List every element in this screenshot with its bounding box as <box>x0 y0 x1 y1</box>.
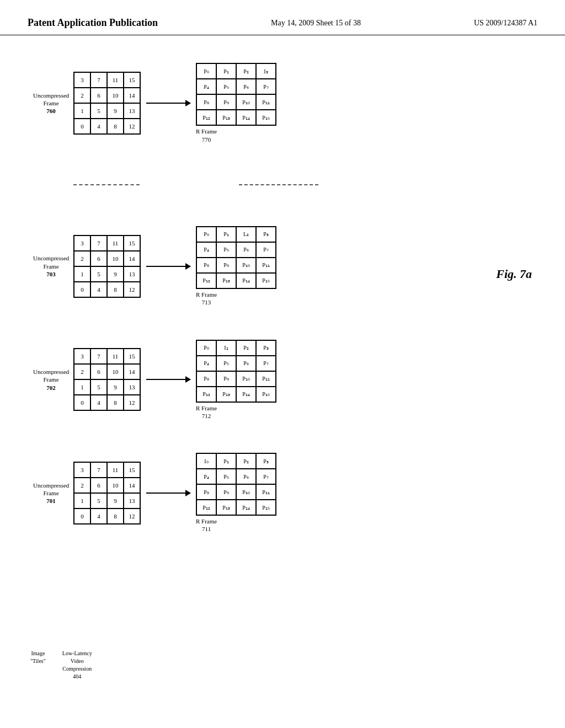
arrow-760 <box>141 103 196 104</box>
r-cell: P₉ <box>216 371 236 387</box>
arrow-702 <box>141 379 196 380</box>
r-frame-wrapper-760: P₀P₁P₂I₃P₄P₅P₆P₇P₈P₉P₁₀P₁₁P₁₂P₁₃P₁₄P₁₅R … <box>196 63 276 143</box>
tile-cell: 3 <box>74 72 90 88</box>
tile-cell: 6 <box>90 364 107 379</box>
r-cell: P₁₅ <box>256 387 276 402</box>
page-header: Patent Application Publication May 14, 2… <box>0 0 565 35</box>
tile-cell: 4 <box>90 508 107 524</box>
tile-cell: 15 <box>124 235 140 251</box>
dashed-line-left <box>73 184 140 185</box>
tile-cell: 7 <box>90 72 107 88</box>
r-cell: P₁₃ <box>216 110 236 125</box>
r-cell: P₁₁ <box>256 94 276 110</box>
r-cell: P₄ <box>196 242 216 258</box>
tile-cell: 13 <box>124 379 140 395</box>
tile-cell: 14 <box>124 88 140 103</box>
tile-cell: 15 <box>124 462 140 478</box>
tile-cell: 10 <box>107 478 124 493</box>
r-cell: P₁₄ <box>236 500 256 515</box>
r-cell: P₂ <box>236 453 256 469</box>
tile-grid-701: 3711152610141591304812 <box>73 462 141 524</box>
r-cell: P₆ <box>236 79 256 94</box>
r-cell: P₇ <box>256 242 276 258</box>
tile-cell: 7 <box>90 349 107 364</box>
r-cell: P₉ <box>216 258 236 273</box>
tile-cell: 12 <box>124 508 140 524</box>
r-frame-label-701: R Frame 711 <box>196 517 217 533</box>
arrow-701 <box>141 493 196 494</box>
tile-cell: 11 <box>107 235 124 251</box>
r-cell: P₁₂ <box>196 387 216 402</box>
r-cell: P₂ <box>236 63 256 79</box>
r-cell: P₅ <box>216 79 236 94</box>
tile-grid-760: 3711152610141591304812 <box>73 72 141 135</box>
r-cell: P₈ <box>196 484 216 500</box>
r-cell: P₁₂ <box>196 110 216 125</box>
r-cell: P₆ <box>236 356 256 371</box>
r-cell: P₁₀ <box>236 371 256 387</box>
r-cell: L₂ <box>236 227 256 242</box>
r-frame-wrapper-702: P₀I₁P₂P₃P₄P₅P₆P₇P₈P₉P₁₀P₁₁P₁₂P₁₃P₁₄P₁₅R … <box>196 340 276 420</box>
r-cell: P₉ <box>216 484 236 500</box>
r-frame-grid-702: P₀I₁P₂P₃P₄P₅P₆P₇P₈P₉P₁₀P₁₁P₁₂P₁₃P₁₄P₁₅ <box>196 340 276 403</box>
r-frame-wrapper-701: I₀P₁P₂P₃P₄P₅P₆P₇P₈P₉P₁₀P₁₁P₁₂P₁₃P₁₄P₁₅R … <box>196 453 276 533</box>
r-cell: P₅ <box>216 469 236 484</box>
tile-cell: 0 <box>74 282 90 297</box>
frame-group-702: UncompressedFrame70237111526101415913048… <box>33 340 318 420</box>
tile-cell: 12 <box>124 119 140 134</box>
arrow-703 <box>141 266 196 267</box>
tile-cell: 6 <box>90 88 107 103</box>
tile-cell: 2 <box>74 364 90 379</box>
tile-cell: 0 <box>74 395 90 410</box>
r-cell: P₁₀ <box>236 484 256 500</box>
r-cell: P₁₅ <box>256 110 276 125</box>
r-cell: P₆ <box>236 469 256 484</box>
tile-cell: 8 <box>107 508 124 524</box>
r-cell: P₁₀ <box>236 94 256 110</box>
uncompressed-frame-label-760: UncompressedFrame760 <box>33 92 69 115</box>
frames-container: UncompressedFrame76037111526101415913048… <box>33 63 318 533</box>
tile-cell: 4 <box>90 395 107 410</box>
r-cell: P₁₄ <box>236 387 256 402</box>
r-cell: P₁₁ <box>256 258 276 273</box>
tile-cell: 14 <box>124 364 140 379</box>
image-tiles-label: Image "Tiles" <box>30 650 46 665</box>
tile-cell: 15 <box>124 349 140 364</box>
frame-group-703: UncompressedFrame70337111526101415913048… <box>33 226 318 307</box>
tile-cell: 13 <box>124 103 140 119</box>
r-cell: P₄ <box>196 356 216 371</box>
r-frame-grid-701: I₀P₁P₂P₃P₄P₅P₆P₇P₈P₉P₁₀P₁₁P₁₂P₁₃P₁₄P₁₅ <box>196 453 276 516</box>
r-cell: P₁ <box>216 227 236 242</box>
arrow-line <box>146 103 190 104</box>
tile-cell: 1 <box>74 379 90 395</box>
tile-cell: 9 <box>107 266 124 282</box>
tile-cell: 2 <box>74 88 90 103</box>
tile-cell: 6 <box>90 251 107 266</box>
r-cell: P₀ <box>196 227 216 242</box>
uncompressed-frame-label-703: UncompressedFrame703 <box>33 254 69 278</box>
r-frame-label-760: R Frame 770 <box>196 127 217 143</box>
tile-cell: 1 <box>74 103 90 119</box>
dashed-line-right <box>239 184 318 185</box>
r-cell: P₃ <box>256 227 276 242</box>
uncompressed-frame-label-702: UncompressedFrame702 <box>33 368 69 392</box>
r-cell: P₁ <box>216 453 236 469</box>
r-cell: P₈ <box>196 94 216 110</box>
r-cell: P₁₅ <box>256 273 276 288</box>
tile-cell: 4 <box>90 119 107 134</box>
r-cell: P₇ <box>256 356 276 371</box>
tile-cell: 3 <box>74 349 90 364</box>
tile-cell: 9 <box>107 103 124 119</box>
r-cell: P₁₄ <box>236 110 256 125</box>
tile-cell: 1 <box>74 493 90 508</box>
tile-grid-703: 3711152610141591304812 <box>73 235 141 298</box>
tile-cell: 5 <box>90 266 107 282</box>
r-cell: P₅ <box>216 356 236 371</box>
tile-cell: 11 <box>107 72 124 88</box>
r-cell: P₂ <box>236 340 256 356</box>
tile-cell: 12 <box>124 282 140 297</box>
r-cell: P₁₃ <box>216 500 236 515</box>
r-cell: P₁₅ <box>256 500 276 515</box>
tile-cell: 7 <box>90 462 107 478</box>
r-cell: P₇ <box>256 79 276 94</box>
